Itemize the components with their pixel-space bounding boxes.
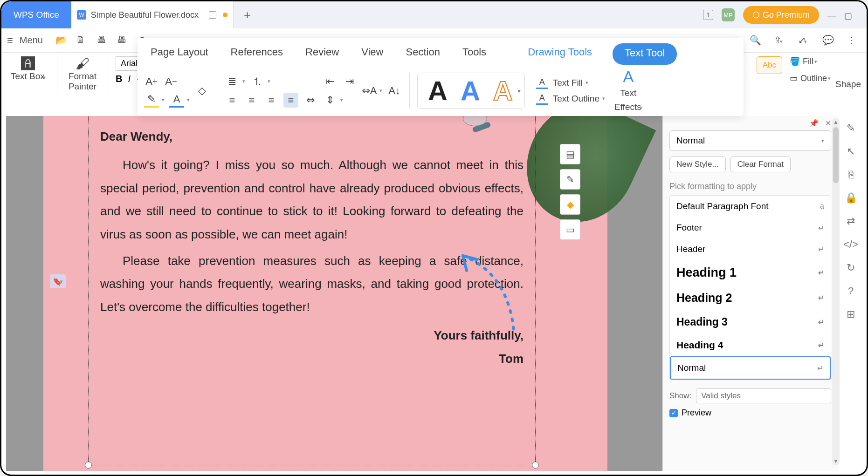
comment-icon[interactable]: 💬 [822,34,834,47]
text-outline-button[interactable]: Text Outline [553,94,599,104]
save-icon[interactable]: 🗎 [76,34,88,47]
tab-review[interactable]: Review [303,43,341,65]
style-item[interactable]: Heading 3↵ [670,310,831,334]
menu-button[interactable]: Menu [20,35,43,46]
hamburger-icon[interactable]: ≡ [7,34,13,47]
resize-handle[interactable] [532,462,539,469]
window-count-indicator[interactable]: 1 [703,10,713,20]
style-item[interactable]: Heading 4↵ [670,334,831,356]
text-effects-icon[interactable]: A [621,69,636,84]
line-spacing-icon[interactable]: ⇕ [323,93,338,108]
new-style-button[interactable]: New Style... [669,156,726,172]
text-box-label[interactable]: Text Box▾ [11,71,46,82]
text-direction-icon[interactable]: A↓ [387,83,402,98]
shape-fill-button[interactable]: 🪣Fill▾ [790,56,831,67]
print-preview-icon[interactable]: 🖶 [117,34,129,47]
decrease-font-icon[interactable]: A− [164,74,179,89]
style-item[interactable]: Heading 2↵ [670,286,831,310]
align-right-icon[interactable]: ≡ [264,93,279,108]
tab-page-layout[interactable]: Page Layout [149,43,210,65]
distribute-icon[interactable]: ⇔ [303,93,318,108]
help-rail-icon[interactable]: ? [844,285,857,298]
pin-panel-icon[interactable]: 📌 [809,119,819,128]
pick-formatting-label: Pick formatting to apply [669,182,831,191]
app-tab[interactable]: WPS Office [1,1,71,28]
section-tag-icon[interactable]: 🔖▾ [50,274,66,288]
resize-handle[interactable] [85,462,92,469]
scroll-up-icon[interactable]: ▲ [832,119,840,125]
scroll-down-icon[interactable]: ▼ [832,458,840,464]
format-painter-icon[interactable]: 🖌 [75,56,90,71]
clipboard-rail-icon[interactable]: ⎘ [844,168,857,181]
increase-font-icon[interactable]: A+ [144,74,159,89]
layout-options-icon[interactable]: ▤ [560,144,580,164]
export-icon[interactable]: ⤢▾ [798,34,810,47]
minimize-button[interactable]: — [827,11,836,19]
go-premium-button[interactable]: ⬡Go Premium [743,6,819,24]
text-style-preset-3[interactable]: A [487,75,519,106]
font-color-icon[interactable]: A [169,93,184,108]
tab-references[interactable]: References [229,43,285,65]
edit-rail-icon[interactable]: ✎ [844,122,857,135]
align-center-icon[interactable]: ≡ [244,93,259,108]
char-scale-icon[interactable]: ⇔A [362,83,377,98]
grid-rail-icon[interactable]: ⊞ [844,308,857,321]
document-canvas[interactable]: Dear Wendy, How's it going? I miss you s… [6,116,662,471]
style-item[interactable]: Header↵ [670,238,831,260]
tab-tools[interactable]: Tools [461,43,488,65]
tab-drawing-tools[interactable]: Drawing Tools [526,43,594,65]
style-item[interactable]: Default Paragraph Fonta [670,196,831,217]
preview-checkbox[interactable]: ✓ [669,409,678,417]
text-fill-button[interactable]: Text Fill [553,78,583,88]
shape-fill-tool-icon[interactable]: ◆ [560,194,580,215]
history-rail-icon[interactable]: ↻ [844,261,857,274]
more-icon[interactable]: ⋮ [847,34,859,47]
italic-button[interactable]: I [128,74,131,85]
eyedropper-icon[interactable]: ✎ [560,169,580,190]
user-avatar[interactable]: MP [722,8,735,21]
style-item[interactable]: Normal↵ [670,356,831,380]
highlight-color-icon[interactable]: ✎ [144,93,159,108]
text-box-icon[interactable]: 🅰 [21,56,35,71]
show-filter-selector[interactable]: Valid styles [696,388,831,403]
text-style-preset-2[interactable]: A [454,75,487,106]
text-fill-icon: A [536,77,548,89]
clear-formatting-icon[interactable]: ◇ [194,83,209,98]
tab-text-tool[interactable]: Text Tool [613,43,677,65]
vertical-scrollbar[interactable]: ▲ ▼ [832,118,840,465]
search-icon[interactable]: 🔍 [750,34,762,47]
number-list-icon[interactable]: ⒈ [250,74,265,89]
maximize-button[interactable]: ▢ [844,11,853,19]
translate-rail-icon[interactable]: ⇄ [844,215,857,228]
current-style-selector[interactable]: Normal▾ [669,130,831,151]
lock-rail-icon[interactable]: 🔒 [844,191,857,204]
text-style-preset-1[interactable]: A [421,75,454,106]
print-icon[interactable]: 🖶 [96,34,109,47]
align-justify-icon[interactable]: ≡ [283,93,298,108]
shape-outline-tool-icon[interactable]: ▭ [560,219,580,240]
text-style-more-icon[interactable]: ▾ [517,87,521,95]
shape-effects-label[interactable]: Shape [835,79,861,89]
bold-button[interactable]: B [116,74,122,85]
increase-indent-icon[interactable]: ⇥ [342,74,357,89]
document-tab[interactable]: W Simple Beautiful Flower.docx [71,1,234,28]
new-tab-button[interactable]: + [244,8,251,22]
open-icon[interactable]: 📂 [55,34,68,47]
close-panel-icon[interactable]: ✕ [825,119,831,128]
decrease-indent-icon[interactable]: ⇤ [323,74,338,89]
share-icon[interactable]: ⇪▾ [774,34,786,47]
tab-view[interactable]: View [359,43,385,65]
align-left-icon[interactable]: ≡ [225,93,240,108]
shape-outline-button[interactable]: ▭Outline▾ [790,73,831,83]
bullet-list-icon[interactable]: ≣ [225,74,240,89]
tab-section[interactable]: Section [404,43,442,65]
text-effects-label2[interactable]: Effects▾ [614,102,642,112]
style-item[interactable]: Footer↵ [670,217,831,238]
clear-format-button[interactable]: Clear Format [730,156,791,172]
style-item[interactable]: Heading 1↵ [670,260,831,286]
shape-style-preset[interactable]: Abc [757,56,782,74]
presentation-mode-icon[interactable] [209,11,216,19]
code-rail-icon[interactable]: </> [844,238,857,251]
select-rail-icon[interactable]: ↖ [844,145,857,158]
scrollbar-thumb[interactable] [833,127,839,183]
